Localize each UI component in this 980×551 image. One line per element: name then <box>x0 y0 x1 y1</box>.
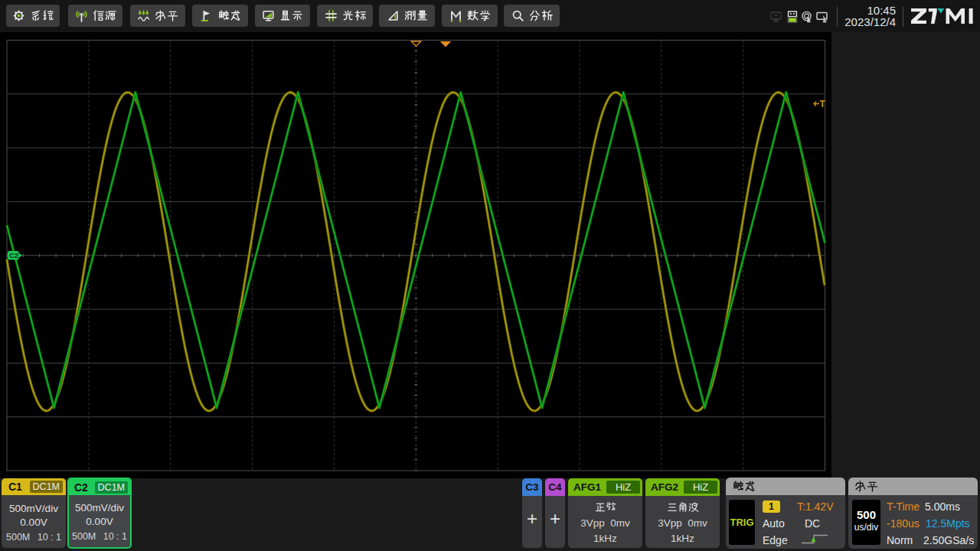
svg-text:C2: C2 <box>9 251 18 259</box>
svg-text:T: T <box>820 99 826 109</box>
